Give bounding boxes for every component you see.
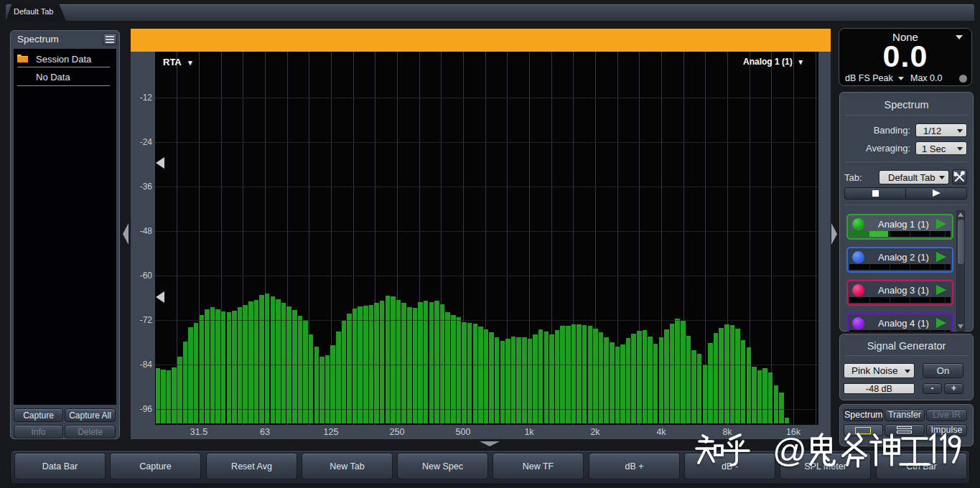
svg-text:@: @ (773, 431, 807, 469)
